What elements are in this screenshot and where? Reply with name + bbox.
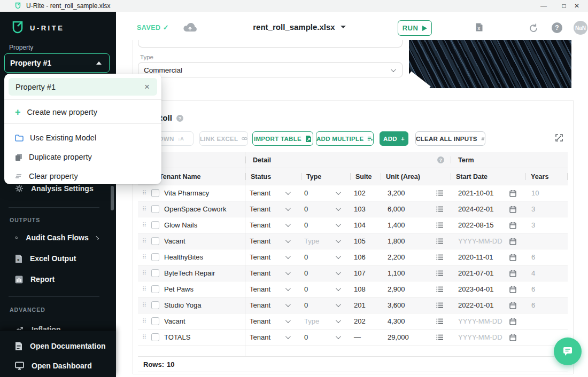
row-checkbox[interactable] — [151, 301, 159, 309]
area-detail-icon[interactable] — [436, 206, 444, 212]
row-checkbox[interactable] — [151, 205, 159, 213]
tenant-name-cell[interactable]: ⠿ Vita Pharmacy — [138, 185, 245, 201]
close-icon[interactable]: × — [144, 82, 150, 92]
area-detail-icon[interactable] — [436, 254, 444, 260]
cloud-upload-icon[interactable] — [183, 22, 197, 33]
start-date-cell[interactable]: 2022-01-01 — [451, 297, 525, 313]
row-checkbox[interactable] — [151, 317, 159, 325]
tenant-name-cell[interactable]: ⠿ Vacant — [138, 313, 245, 329]
row-checkbox[interactable] — [151, 189, 159, 197]
row-checkbox[interactable] — [151, 221, 159, 229]
sidebar-item-open-documentation[interactable]: Open Documentation — [0, 338, 116, 354]
years-cell[interactable]: 3 — [525, 217, 568, 233]
sidebar-item-audit-cash-flows[interactable]: Audit Cash Flows — [0, 230, 116, 246]
calendar-icon[interactable] — [509, 286, 516, 293]
status-select[interactable]: Tenant — [245, 281, 301, 297]
type-select[interactable]: 0 — [301, 297, 350, 313]
calendar-icon[interactable] — [509, 190, 516, 197]
unit-area-cell[interactable]: 1,100 — [381, 265, 451, 281]
type-select[interactable]: 0 — [301, 249, 350, 265]
tenant-name-cell[interactable]: ⠿ Pet Paws — [138, 281, 245, 297]
start-date-cell[interactable]: 2024-02-01 — [451, 201, 525, 217]
years-cell[interactable]: 6 — [525, 281, 568, 297]
unit-area-cell[interactable]: 1,800 — [381, 233, 451, 249]
row-checkbox[interactable] — [151, 285, 159, 293]
help-button[interactable]: ? — [552, 22, 562, 33]
rent-roll-help-icon[interactable]: ? — [176, 115, 183, 122]
detail-help-icon[interactable]: ? — [437, 156, 444, 163]
calendar-icon[interactable] — [509, 238, 516, 245]
unit-area-cell[interactable]: 2,200 — [381, 249, 451, 265]
suite-cell[interactable]: 102 — [350, 185, 381, 201]
tenant-name-cell[interactable]: ⠿ Glow Nails — [138, 217, 245, 233]
years-cell[interactable]: 6 — [525, 249, 568, 265]
menu-item-create-property[interactable]: + Create new property — [4, 104, 161, 120]
suite-cell[interactable]: 105 — [350, 233, 381, 249]
status-select[interactable]: Tenant — [245, 201, 301, 217]
drag-handle-icon[interactable]: ⠿ — [142, 254, 146, 260]
close-button[interactable]: ✕ — [574, 0, 588, 12]
suite-cell[interactable]: 106 — [350, 249, 381, 265]
calendar-icon[interactable] — [509, 206, 516, 213]
expand-table-icon[interactable] — [555, 133, 563, 142]
tenant-name-cell[interactable]: ⠿ ByteTech Repair — [138, 265, 245, 281]
status-select[interactable]: Tenant — [245, 233, 301, 249]
suite-cell[interactable]: — — [350, 329, 381, 345]
type-select[interactable]: 0 — [301, 281, 350, 297]
status-select[interactable]: Tenant — [245, 217, 301, 233]
area-detail-icon[interactable] — [436, 334, 444, 340]
sidebar-item-open-dashboard[interactable]: Open Dashboard — [0, 358, 116, 374]
menu-item-duplicate-property[interactable]: Duplicate property — [4, 149, 161, 165]
excel-export-icon[interactable]: x — [475, 22, 483, 32]
row-checkbox[interactable] — [151, 269, 159, 277]
row-checkbox[interactable] — [151, 237, 159, 245]
suite-cell[interactable]: 201 — [350, 297, 381, 313]
import-table-button[interactable]: IMPORT TABLE — [252, 131, 313, 146]
calendar-icon[interactable] — [509, 334, 516, 341]
tenant-name-cell[interactable]: ⠿ OpenSpace Cowork — [138, 201, 245, 217]
drag-handle-icon[interactable]: ⠿ — [142, 334, 146, 340]
area-detail-icon[interactable] — [436, 222, 444, 228]
calendar-icon[interactable] — [509, 270, 516, 277]
type-select[interactable]: 0 — [301, 329, 350, 345]
type-select[interactable]: 0 — [301, 217, 350, 233]
tenant-name-cell[interactable]: ⠿ Studio Yoga — [138, 297, 245, 313]
status-select[interactable]: Tenant — [245, 329, 301, 345]
filename-dropdown[interactable]: rent_roll_sample.xlsx — [241, 22, 358, 32]
years-cell[interactable]: 10 — [525, 185, 568, 201]
unit-area-cell[interactable]: 6,000 — [381, 201, 451, 217]
type-select[interactable]: Type — [301, 233, 350, 249]
years-cell[interactable] — [525, 313, 568, 329]
tenant-name-cell[interactable]: ⠿ TOTALS — [138, 329, 245, 345]
area-detail-icon[interactable] — [436, 270, 444, 276]
calendar-icon[interactable] — [509, 222, 516, 229]
unit-area-cell[interactable]: 4,300 — [381, 313, 451, 329]
years-cell[interactable] — [525, 233, 568, 249]
start-date-cell[interactable]: 2021-07-01 — [451, 265, 525, 281]
add-button[interactable]: ADD+ — [380, 131, 408, 146]
drag-handle-icon[interactable]: ⠿ — [142, 206, 146, 212]
suite-cell[interactable]: 104 — [350, 217, 381, 233]
start-date-cell[interactable]: YYYY-MM-DD — [451, 233, 525, 249]
status-select[interactable]: Tenant — [245, 297, 301, 313]
drag-handle-icon[interactable]: ⠿ — [142, 190, 146, 196]
sidebar-scrollbar[interactable] — [111, 186, 114, 210]
unit-area-cell[interactable]: 3,600 — [381, 297, 451, 313]
start-date-cell[interactable]: 2022-08-15 — [451, 217, 525, 233]
type-select[interactable]: 0 — [301, 185, 350, 201]
area-detail-icon[interactable] — [436, 286, 444, 292]
menu-item-clear-property[interactable]: Clear property — [4, 168, 161, 184]
drag-handle-icon[interactable]: ⠿ — [142, 318, 146, 324]
drag-handle-icon[interactable]: ⠿ — [142, 238, 146, 244]
status-select[interactable]: Tenant — [245, 265, 301, 281]
minimize-button[interactable]: — — [533, 0, 554, 12]
property-select[interactable]: Property #1 — [4, 53, 110, 73]
user-avatar[interactable]: NaN — [574, 21, 587, 35]
area-detail-icon[interactable] — [436, 302, 444, 308]
unit-area-cell[interactable]: 3,200 — [381, 185, 451, 201]
unit-area-cell[interactable]: 2,900 — [381, 281, 451, 297]
calendar-icon[interactable] — [509, 302, 516, 309]
years-cell[interactable]: 6 — [525, 297, 568, 313]
area-detail-icon[interactable] — [436, 190, 444, 196]
row-checkbox[interactable] — [151, 333, 159, 341]
